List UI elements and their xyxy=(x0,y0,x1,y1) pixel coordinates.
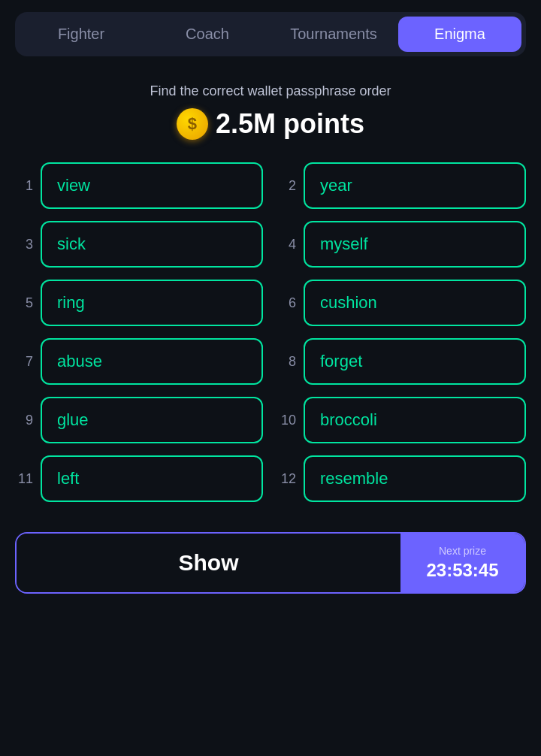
word-number: 11 xyxy=(15,471,33,487)
word-item[interactable]: 1view xyxy=(15,162,263,209)
points-row: $ 2.5M points xyxy=(150,108,391,140)
word-box[interactable]: year xyxy=(304,162,526,209)
nav-tab-tournaments[interactable]: Tournaments xyxy=(272,17,395,52)
word-item[interactable]: 2year xyxy=(278,162,526,209)
points-text: 2.5M points xyxy=(216,108,364,140)
nav-tab-enigma[interactable]: Enigma xyxy=(398,17,521,52)
next-prize-timer: 23:53:45 xyxy=(426,560,498,581)
word-box[interactable]: resemble xyxy=(304,455,526,502)
header-subtitle: Find the correct wallet passphrase order xyxy=(150,83,391,99)
word-number: 7 xyxy=(15,354,33,370)
word-item[interactable]: 10broccoli xyxy=(278,397,526,443)
header: Find the correct wallet passphrase order… xyxy=(150,83,391,140)
word-number: 4 xyxy=(278,237,296,253)
word-number: 12 xyxy=(278,471,296,487)
coin-icon: $ xyxy=(177,108,208,140)
word-box[interactable]: ring xyxy=(41,280,263,326)
word-number: 8 xyxy=(278,354,296,370)
show-button[interactable]: Show xyxy=(17,534,400,592)
word-number: 10 xyxy=(278,413,296,428)
word-item[interactable]: 3sick xyxy=(15,221,263,268)
word-number: 3 xyxy=(15,237,33,253)
nav-tabs: FighterCoachTournamentsEnigma xyxy=(15,12,526,56)
word-box[interactable]: view xyxy=(41,162,263,209)
bottom-bar: Show Next prize 23:53:45 xyxy=(15,532,526,594)
nav-tab-coach[interactable]: Coach xyxy=(146,17,269,52)
word-number: 6 xyxy=(278,295,296,311)
word-box[interactable]: myself xyxy=(304,221,526,268)
word-number: 9 xyxy=(15,413,33,428)
word-item[interactable]: 6cushion xyxy=(278,280,526,326)
word-item[interactable]: 5ring xyxy=(15,280,263,326)
word-number: 2 xyxy=(278,178,296,194)
word-box[interactable]: left xyxy=(41,455,263,502)
word-item[interactable]: 9glue xyxy=(15,397,263,443)
word-item[interactable]: 8forget xyxy=(278,338,526,385)
next-prize-label: Next prize xyxy=(439,545,486,557)
word-box[interactable]: sick xyxy=(41,221,263,268)
word-item[interactable]: 4myself xyxy=(278,221,526,268)
word-number: 5 xyxy=(15,295,33,311)
word-box[interactable]: forget xyxy=(304,338,526,385)
next-prize-panel: Next prize 23:53:45 xyxy=(400,534,524,592)
word-box[interactable]: cushion xyxy=(304,280,526,326)
word-box[interactable]: abuse xyxy=(41,338,263,385)
word-item[interactable]: 7abuse xyxy=(15,338,263,385)
word-grid: 1view2year3sick4myself5ring6cushion7abus… xyxy=(15,162,526,502)
word-item[interactable]: 11left xyxy=(15,455,263,502)
word-number: 1 xyxy=(15,178,33,194)
word-box[interactable]: broccoli xyxy=(304,397,526,443)
word-item[interactable]: 12resemble xyxy=(278,455,526,502)
nav-tab-fighter[interactable]: Fighter xyxy=(20,17,143,52)
word-box[interactable]: glue xyxy=(41,397,263,443)
